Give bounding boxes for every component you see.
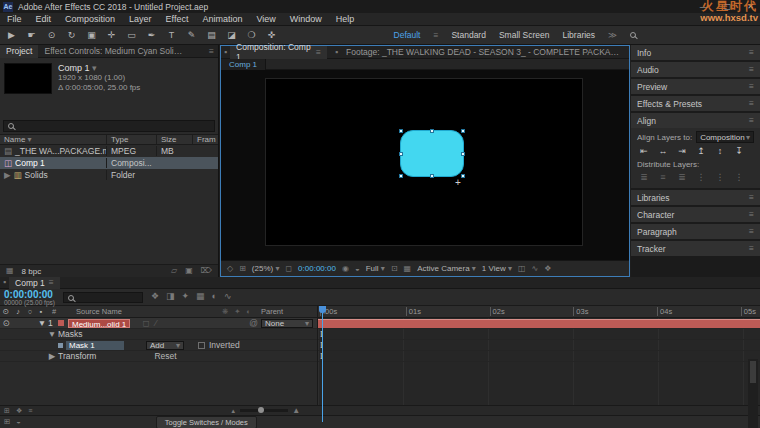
masks-group-row[interactable]: ▼ Masks — [0, 329, 317, 340]
pen-tool-icon[interactable]: ✒ — [146, 31, 157, 40]
panel-menu-icon[interactable]: ≡ — [749, 99, 754, 108]
toggle-switches-modes-button[interactable]: Toggle Switches / Modes — [156, 416, 257, 428]
zoom-to-frame-icon[interactable]: ▲ — [230, 408, 236, 414]
workspace-tab-default[interactable]: Default — [394, 30, 421, 40]
menu-item[interactable]: Effect — [159, 14, 196, 24]
mask-name[interactable]: Mask 1 — [66, 341, 124, 350]
panel-menu-icon[interactable]: ≡ — [749, 193, 754, 202]
twirl-open-icon[interactable]: ▼ — [46, 330, 58, 339]
draft-3d-toggle[interactable]: ◨ — [166, 292, 175, 301]
collapsed-panel-header[interactable]: Effects & Presets ≡ — [631, 96, 760, 111]
cyan-solid-shape[interactable] — [400, 130, 464, 177]
transparency-grid-icon[interactable]: ▦ — [404, 265, 412, 273]
align-panel-header[interactable]: Align ≡ — [631, 113, 760, 128]
distribute-center-vertical-icon[interactable]: ≡ — [656, 172, 670, 183]
collapsed-panel-header[interactable]: Libraries ≡ — [631, 190, 760, 205]
distribute-bottom-icon[interactable]: ≣ — [675, 172, 689, 183]
zoom-out-icon[interactable]: ❖ — [16, 407, 22, 414]
menu-item[interactable]: Edit — [29, 14, 59, 24]
quality-switch-icon[interactable]: ⁄ — [155, 319, 156, 328]
view-dropdown[interactable]: Active Camera ▾ — [417, 264, 476, 273]
project-search-field[interactable] — [3, 120, 215, 132]
fast-previews-icon[interactable]: ∿ — [532, 265, 539, 273]
tab-composition[interactable]: Composition: Comp 1 ≡ — [230, 46, 327, 59]
project-row-solids[interactable]: ▶▥Solids Folder — [0, 169, 218, 181]
layer-1-track[interactable] — [318, 318, 760, 329]
layer-duration-bar[interactable] — [318, 319, 760, 328]
collapsed-panel-header[interactable]: Tracker ≡ — [631, 241, 760, 256]
search-icon[interactable] — [630, 32, 636, 38]
view-layout-dropdown[interactable]: 1 View ▾ — [482, 264, 512, 273]
mask-vertex-handle[interactable] — [461, 152, 465, 156]
mask-vertex-handle[interactable] — [430, 174, 434, 178]
orbit-camera-tool-icon[interactable]: ↻ — [66, 31, 77, 40]
track-area[interactable]: I I I — [318, 318, 760, 405]
viewer-tab-comp1[interactable]: Comp 1 — [221, 59, 266, 70]
collapsed-panel-header[interactable]: Info ≡ — [631, 45, 760, 60]
align-bottom-icon[interactable]: ↧ — [732, 146, 746, 157]
visibility-eye-icon[interactable]: ⊙ — [0, 319, 12, 328]
align-left-icon[interactable]: ⇤ — [637, 146, 651, 157]
timeline-search-field[interactable] — [63, 292, 143, 303]
tab-effect-controls[interactable]: Effect Controls: Medium Cyan Solid 1 — [38, 46, 188, 56]
align-center-vertical-icon[interactable]: ↕ — [713, 146, 727, 157]
distribute-center-horizontal-icon[interactable]: ⋮ — [713, 172, 727, 183]
menu-item[interactable]: Window — [283, 14, 329, 24]
collapse-switch-icon[interactable]: ◻ — [142, 319, 149, 328]
mask-1-row[interactable]: Mask 1 Add▾ Inverted — [0, 340, 317, 351]
zoom-tool-icon[interactable]: ⊙ — [46, 31, 57, 40]
parent-pickwhip-icon[interactable]: @ — [249, 319, 258, 328]
mask-vertex-handle[interactable] — [399, 174, 403, 178]
puppet-pin-tool-icon[interactable]: ✜ — [266, 31, 277, 40]
workspace-tab[interactable]: Small Screen — [499, 30, 550, 40]
panel-menu-icon[interactable]: ≡ — [749, 244, 754, 253]
channels-icon[interactable]: ◒ — [355, 265, 360, 273]
composition-panel-menu-icon[interactable]: ≡ — [316, 48, 321, 57]
panel-menu-icon[interactable]: ≡ — [749, 48, 754, 57]
frame-blend-toggle[interactable]: ▦ — [196, 292, 205, 301]
flowchart-button-icon[interactable]: ◒ — [16, 418, 21, 426]
collapsed-panel-header[interactable]: Audio ≡ — [631, 62, 760, 77]
new-folder-icon[interactable]: ▱ — [171, 267, 177, 275]
current-time-indicator[interactable] — [322, 306, 323, 422]
mini-flowchart-icon[interactable]: ❖ — [544, 265, 551, 273]
menu-item[interactable]: Layer — [122, 14, 159, 24]
align-right-icon[interactable]: ⇥ — [675, 146, 689, 157]
column-header-size[interactable]: Size — [156, 135, 192, 144]
panel-menu-icon[interactable]: ≡ — [749, 116, 754, 125]
mini-flowchart-toggle[interactable]: ❖ — [151, 292, 159, 301]
clone-stamp-tool-icon[interactable]: ▤ — [206, 31, 217, 40]
comp-marker-icon[interactable]: ≡ — [28, 407, 32, 414]
viewer-timecode[interactable]: 0:00:00:00 — [298, 264, 336, 273]
roto-brush-tool-icon[interactable]: ❍ — [246, 31, 257, 40]
distribute-top-icon[interactable]: ≣ — [637, 172, 651, 183]
mask-vertex-handle[interactable] — [461, 129, 465, 133]
mask-vertex-handle[interactable] — [399, 152, 403, 156]
menu-item[interactable]: Composition — [58, 14, 122, 24]
workspace-menu-icon[interactable]: ≡ — [433, 31, 438, 40]
project-panel-menu-icon[interactable]: ≡ — [209, 47, 218, 56]
label-color-chip[interactable] — [58, 320, 64, 326]
motion-blur-toggle[interactable]: ◐ — [212, 292, 217, 301]
mask-visibility-icon[interactable]: ◻ — [285, 265, 292, 273]
align-center-horizontal-icon[interactable]: ↔ — [656, 146, 670, 157]
new-composition-icon[interactable]: ▣ — [185, 267, 193, 275]
zoom-slider-handle[interactable] — [258, 407, 264, 413]
mask-vertex-handle[interactable] — [430, 129, 434, 133]
workspace-tab[interactable]: Standard — [451, 30, 486, 40]
panel-menu-icon[interactable]: ≡ — [749, 65, 754, 74]
selection-tool-icon[interactable]: ▶ — [6, 31, 17, 40]
pan-behind-tool-icon[interactable]: ✛ — [106, 31, 117, 40]
workspace-overflow-icon[interactable]: ≫ — [608, 31, 617, 40]
eraser-tool-icon[interactable]: ◪ — [226, 31, 237, 40]
parent-dropdown[interactable]: None▾ — [261, 319, 313, 328]
timeline-tab-comp1[interactable]: Comp 1 ≡ — [9, 277, 60, 289]
item-caret-icon[interactable]: ▾ — [92, 64, 97, 73]
region-of-interest-icon[interactable]: ⊡ — [391, 265, 398, 273]
transform-reset-link[interactable]: Reset — [154, 351, 176, 361]
inverted-checkbox[interactable] — [198, 342, 205, 349]
mask-vertex-handle[interactable] — [461, 174, 465, 178]
menu-item[interactable]: File — [0, 14, 29, 24]
grid-guides-icon[interactable]: ⊞ — [239, 265, 246, 273]
layer-name[interactable]: Medium...olid 1 — [68, 319, 130, 328]
